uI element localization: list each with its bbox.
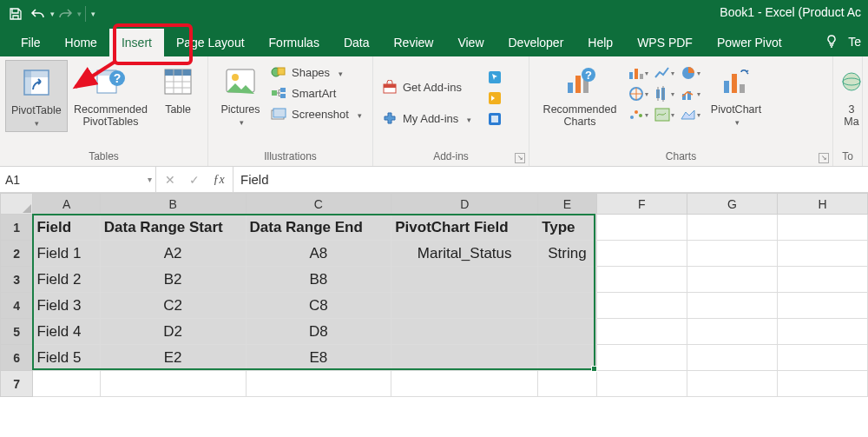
cell-G5[interactable] [687, 319, 777, 345]
tab-help[interactable]: Help [575, 29, 625, 56]
name-box-dropdown-icon[interactable]: ▾ [148, 175, 152, 184]
pictures-dropdown-icon[interactable] [238, 116, 244, 128]
cell-B1[interactable]: Data Range Start [100, 215, 246, 241]
cell-E1[interactable]: Type [538, 215, 597, 241]
tab-data[interactable]: Data [332, 29, 382, 56]
row-header-6[interactable]: 6 [1, 345, 33, 371]
map-chart-icon[interactable]: ▾ [653, 105, 675, 124]
col-header-B[interactable]: B [100, 194, 246, 215]
col-header-E[interactable]: E [538, 194, 597, 215]
tab-review[interactable]: Review [382, 29, 446, 56]
people-graph-icon[interactable] [483, 89, 506, 108]
cell-B7[interactable] [100, 371, 246, 397]
cell-F4[interactable] [596, 293, 687, 319]
cell-H7[interactable] [777, 371, 867, 397]
cell-C7[interactable] [246, 371, 391, 397]
cell-F6[interactable] [596, 345, 687, 371]
cell-G6[interactable] [687, 345, 777, 371]
hierarchy-chart-icon[interactable]: ▾ [627, 84, 649, 103]
cell-D3[interactable] [391, 267, 538, 293]
tab-developer[interactable]: Developer [496, 29, 576, 56]
cell-B3[interactable]: B2 [100, 267, 246, 293]
column-chart-icon[interactable]: ▾ [627, 63, 649, 83]
row-header-7[interactable]: 7 [1, 371, 33, 397]
charts-launcher-icon[interactable]: ↘ [819, 153, 829, 163]
pictures-button[interactable]: Pictures [214, 60, 267, 130]
tab-file[interactable]: File [9, 29, 53, 56]
recommended-charts-button[interactable]: ? Recommended Charts [535, 60, 625, 129]
cell-D5[interactable] [391, 319, 538, 345]
cell-E7[interactable] [538, 371, 597, 397]
row-header-1[interactable]: 1 [1, 215, 33, 241]
col-header-H[interactable]: H [777, 194, 867, 215]
cell-D1[interactable]: PivotChart Field [391, 215, 538, 241]
cell-C6[interactable]: E8 [246, 345, 391, 371]
cell-A5[interactable]: Field 4 [33, 319, 100, 345]
cell-E6[interactable] [538, 345, 597, 371]
cell-C5[interactable]: D8 [246, 319, 391, 345]
combo-chart-icon[interactable]: ▾ [679, 84, 701, 103]
cell-B2[interactable]: A2 [100, 241, 246, 267]
cell-D7[interactable] [391, 371, 538, 397]
row-header-4[interactable]: 4 [1, 293, 33, 319]
row-header-3[interactable]: 3 [1, 267, 33, 293]
cell-A4[interactable]: Field 3 [33, 293, 100, 319]
cell-H3[interactable] [777, 267, 867, 293]
tab-page-layout[interactable]: Page Layout [164, 29, 257, 56]
col-header-C[interactable]: C [246, 194, 391, 215]
cell-C4[interactable]: C8 [246, 293, 391, 319]
tab-view[interactable]: View [445, 29, 496, 56]
col-header-G[interactable]: G [687, 194, 777, 215]
row-header-5[interactable]: 5 [1, 319, 33, 345]
cell-H6[interactable] [777, 345, 867, 371]
cell-B5[interactable]: D2 [100, 319, 246, 345]
cell-A1[interactable]: Field [33, 215, 100, 241]
worksheet-grid[interactable]: ABCDEFGH1FieldData Range StartData Range… [0, 193, 868, 437]
my-addins-button[interactable]: My Add-ins [378, 108, 475, 129]
3d-map-button[interactable]: 3 Ma [838, 60, 865, 129]
save-icon[interactable] [5, 3, 26, 24]
cell-D4[interactable] [391, 293, 538, 319]
pivottable-dropdown-icon[interactable] [33, 116, 39, 129]
col-header-F[interactable]: F [596, 194, 687, 215]
cell-G1[interactable] [687, 215, 777, 241]
get-addins-button[interactable]: Get Add-ins [378, 76, 475, 97]
col-header-A[interactable]: A [33, 194, 100, 215]
tab-formulas[interactable]: Formulas [257, 29, 332, 56]
cell-C3[interactable]: B8 [246, 267, 391, 293]
row-header-2[interactable]: 2 [1, 241, 33, 267]
cell-E2[interactable]: String [538, 241, 597, 267]
cancel-icon[interactable]: ✕ [158, 167, 182, 192]
tab-wps-pdf[interactable]: WPS PDF [625, 29, 705, 56]
cell-H5[interactable] [777, 319, 867, 345]
pie-chart-icon[interactable]: ▾ [679, 63, 701, 83]
fx-icon[interactable]: ƒx [207, 167, 231, 192]
cell-C2[interactable]: A8 [246, 241, 391, 267]
cell-A7[interactable] [33, 371, 100, 397]
select-all[interactable] [1, 194, 33, 215]
statistic-chart-icon[interactable]: ▾ [653, 84, 675, 103]
formula-input-wrap[interactable] [233, 167, 868, 192]
tab-insert[interactable]: Insert [109, 29, 164, 56]
cell-A3[interactable]: Field 2 [33, 267, 100, 293]
recommended-pivottables-button[interactable]: ? Recommended PivotTables [68, 60, 155, 129]
my-addins-dropdown-icon[interactable] [464, 112, 471, 125]
cell-H1[interactable] [777, 215, 867, 241]
cell-G7[interactable] [687, 371, 777, 397]
pivotchart-button[interactable]: PivotChart [703, 60, 769, 130]
cell-H2[interactable] [777, 241, 867, 267]
addins-launcher-icon[interactable]: ↘ [515, 153, 525, 163]
visio-visual-icon[interactable] [483, 109, 506, 129]
name-box-input[interactable] [5, 173, 150, 187]
cell-H4[interactable] [777, 293, 867, 319]
formula-input[interactable] [240, 172, 861, 187]
pivottable-button[interactable]: PivotTable [5, 60, 68, 132]
tell-me-label[interactable]: Te [848, 35, 861, 49]
smartart-button[interactable]: SmartArt [267, 83, 365, 103]
cell-E5[interactable] [538, 319, 597, 345]
undo-icon[interactable] [28, 3, 49, 24]
cell-A6[interactable]: Field 5 [33, 345, 100, 371]
cell-F7[interactable] [596, 371, 687, 397]
screenshot-button[interactable]: Screenshot [267, 103, 365, 124]
surface-chart-icon[interactable]: ▾ [679, 105, 701, 124]
